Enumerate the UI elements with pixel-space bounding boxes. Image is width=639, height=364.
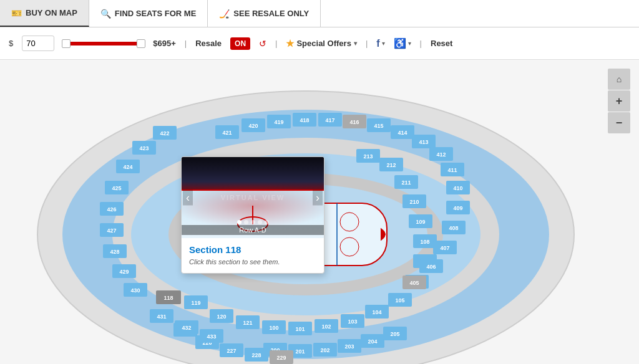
refresh-icon[interactable]: ↺ [259, 39, 266, 49]
home-button[interactable]: ⌂ [608, 69, 630, 90]
svg-text:210: 210 [409, 199, 419, 205]
popup-prev-button[interactable]: ‹ [183, 190, 193, 206]
top-navigation: 🎫 BUY ON MAP 🔍 FIND SEATS FOR ME 🏒 SEE R… [0, 0, 639, 27]
accessibility-icon: ♿ [394, 37, 406, 49]
svg-text:421: 421 [222, 130, 232, 136]
accessibility-filter-button[interactable]: ♿ ▾ [394, 37, 411, 49]
resale-label: Resale [195, 39, 222, 48]
svg-text:425: 425 [112, 185, 121, 191]
svg-text:419: 419 [274, 119, 283, 125]
separator3: | [366, 39, 368, 48]
chevron-down-icon: ▾ [354, 40, 357, 47]
svg-text:103: 103 [348, 318, 357, 325]
svg-text:121: 121 [243, 320, 252, 326]
svg-text:407: 407 [440, 245, 449, 251]
svg-text:424: 424 [123, 164, 132, 170]
tab-buy-on-map[interactable]: 🎫 BUY ON MAP [0, 0, 89, 27]
facebook-filter-button[interactable]: f ▾ [376, 38, 384, 49]
slider-thumb-right[interactable] [137, 39, 145, 48]
svg-text:405: 405 [409, 280, 419, 286]
svg-text:201: 201 [295, 348, 305, 355]
popup-section-title[interactable]: Section 118 [189, 244, 316, 255]
svg-text:413: 413 [419, 139, 428, 145]
filter-bar: $ $695+ | Resale ON ↺ | ★ Special Offers… [0, 27, 639, 60]
svg-text:102: 102 [321, 323, 331, 330]
resale-toggle[interactable]: ON [230, 37, 250, 50]
slider-thumb-left[interactable] [62, 39, 71, 48]
dot-5[interactable] [265, 220, 269, 224]
svg-text:108: 108 [420, 239, 429, 245]
svg-text:204: 204 [368, 338, 377, 345]
tab-resale-only[interactable]: 🏒 SEE RESALE ONLY [208, 0, 321, 27]
separator2: | [275, 39, 277, 48]
svg-text:203: 203 [344, 343, 354, 350]
svg-text:414: 414 [398, 130, 407, 136]
dot-1[interactable] [237, 220, 241, 224]
svg-text:409: 409 [453, 205, 462, 211]
zoom-out-button[interactable]: − [608, 112, 630, 133]
dot-4[interactable] [258, 220, 262, 224]
svg-text:229: 229 [276, 355, 286, 361]
popup-next-button[interactable]: › [313, 190, 323, 206]
svg-text:415: 415 [374, 123, 383, 129]
price-range-slider[interactable] [63, 42, 144, 46]
svg-text:211: 211 [401, 180, 411, 186]
svg-text:104: 104 [372, 309, 381, 315]
svg-text:411: 411 [447, 167, 457, 173]
svg-text:202: 202 [320, 347, 329, 353]
price-max-label: $695+ [153, 39, 176, 48]
search-icon: 🔍 [100, 9, 111, 19]
map-area: 118 119 120 121 100 101 102 103 104 105 … [0, 60, 639, 364]
svg-text:428: 428 [110, 249, 119, 255]
price-min-input[interactable] [22, 36, 54, 51]
svg-text:418: 418 [300, 117, 309, 123]
svg-text:228: 228 [251, 352, 261, 358]
slider-fill [63, 42, 144, 46]
star-icon: ★ [286, 38, 294, 49]
popup-image: VIRTUAL VIEW ‹ › Row A-D [182, 157, 324, 238]
tab-find-seats[interactable]: 🔍 FIND SEATS FOR ME [89, 0, 208, 27]
popup-row-label: Row A-D [182, 225, 324, 235]
reset-button[interactable]: Reset [431, 39, 452, 48]
svg-text:423: 423 [139, 145, 149, 151]
special-offers-button[interactable]: ★ Special Offers ▾ [286, 38, 356, 49]
svg-text:100: 100 [269, 325, 278, 331]
svg-text:406: 406 [426, 264, 436, 270]
svg-text:432: 432 [182, 325, 191, 331]
svg-text:420: 420 [248, 123, 258, 129]
svg-text:417: 417 [325, 117, 334, 123]
svg-text:227: 227 [227, 348, 236, 354]
dollar-sign: $ [9, 39, 13, 48]
section-popup: VIRTUAL VIEW ‹ › Row A-D Section 118 Cli… [181, 156, 324, 274]
fb-chevron: ▾ [382, 40, 385, 47]
svg-text:430: 430 [130, 287, 140, 294]
accessible-chevron: ▾ [408, 40, 411, 47]
svg-text:431: 431 [157, 314, 166, 320]
separator: | [185, 39, 187, 48]
zoom-in-button[interactable]: + [608, 90, 630, 112]
svg-text:416: 416 [349, 119, 359, 125]
svg-text:120: 120 [217, 314, 226, 320]
dot-3[interactable] [251, 220, 255, 224]
svg-text:109: 109 [416, 219, 425, 225]
svg-text:119: 119 [191, 300, 200, 306]
dot-2[interactable] [244, 220, 248, 224]
svg-text:408: 408 [449, 225, 458, 231]
facebook-icon: f [376, 38, 379, 49]
svg-text:427: 427 [107, 228, 116, 234]
svg-text:101: 101 [295, 326, 305, 332]
svg-text:205: 205 [390, 331, 399, 337]
svg-text:429: 429 [119, 269, 129, 275]
ticket-icon: 🎫 [11, 8, 22, 18]
svg-text:412: 412 [436, 151, 446, 158]
hockey-icon: 🏒 [219, 9, 230, 19]
svg-text:212: 212 [386, 162, 396, 168]
svg-text:433: 433 [207, 333, 216, 340]
popup-dots [182, 220, 324, 224]
svg-text:105: 105 [395, 297, 404, 304]
popup-body: Section 118 Click this section to see th… [182, 238, 324, 273]
svg-text:426: 426 [107, 206, 116, 213]
svg-text:410: 410 [453, 185, 462, 191]
svg-text:422: 422 [160, 130, 169, 136]
popup-subtitle: Click this section to see them. [189, 258, 316, 266]
